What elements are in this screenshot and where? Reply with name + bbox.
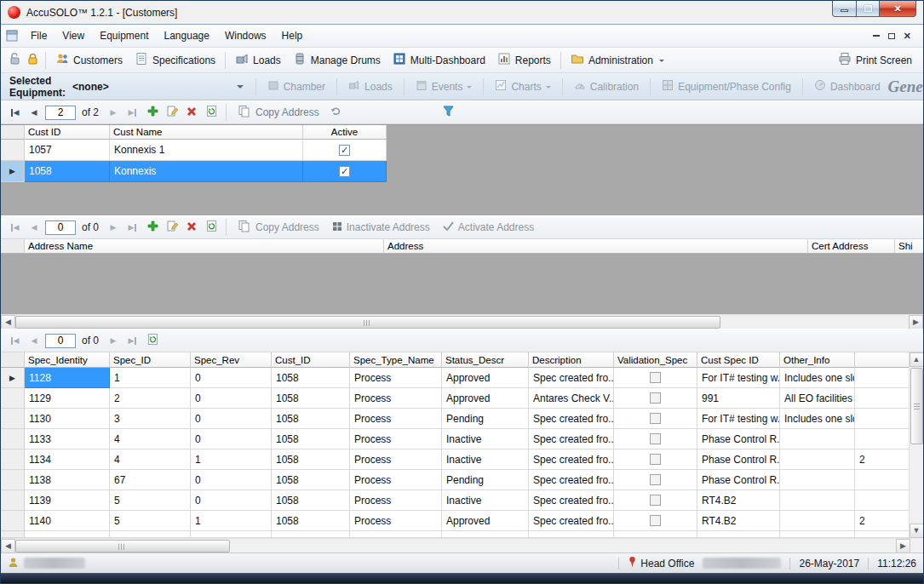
- validation-spec-cell[interactable]: [614, 449, 697, 470]
- spec-identity-cell[interactable]: 1139: [25, 490, 110, 511]
- cust-spec-id-cell[interactable]: RT4.B2: [697, 511, 780, 531]
- spec-rev-cell[interactable]: 0: [191, 429, 272, 449]
- column-header-spec-type-name[interactable]: Spec_Type_Name: [350, 352, 442, 368]
- spec-rev-cell[interactable]: 0: [191, 368, 272, 388]
- cust-spec-id-cell[interactable]: RT4.B2: [697, 490, 780, 511]
- spec-row[interactable]: 1133401058ProcessInactiveSpec created fr…: [1, 429, 910, 449]
- menu-language[interactable]: Language: [157, 26, 217, 45]
- dashboard-button[interactable]: Dashboard: [806, 79, 888, 94]
- spec-id-cell[interactable]: 1: [110, 368, 191, 388]
- customers-prev-record-button[interactable]: ◀: [26, 104, 43, 121]
- other-info-cell[interactable]: [780, 511, 855, 531]
- cust-id-cell[interactable]: 1058: [272, 388, 350, 409]
- spec-identity-cell[interactable]: 1133: [25, 429, 110, 449]
- partial-cell[interactable]: [855, 388, 910, 409]
- specs-record-position-input[interactable]: [45, 334, 76, 348]
- scroll-down-icon[interactable]: ▼: [910, 524, 924, 538]
- scrollbar-thumb[interactable]: [910, 368, 923, 444]
- menu-help[interactable]: Help: [274, 26, 311, 45]
- validation-checkbox[interactable]: [650, 372, 661, 383]
- address-delete-button[interactable]: [183, 219, 200, 236]
- customer-row[interactable]: ▶1058Konnexis✓: [1, 161, 387, 182]
- customers-button[interactable]: Customers: [49, 49, 129, 71]
- cust-spec-id-cell[interactable]: Phase Control R...: [697, 449, 780, 470]
- address-first-record-button[interactable]: ◀: [6, 219, 23, 236]
- column-header-description[interactable]: Description: [529, 352, 614, 368]
- address-copy-address-button[interactable]: Copy Address: [232, 219, 324, 236]
- column-header-cust-name[interactable]: Cust Name: [110, 125, 303, 140]
- mdi-minimize-icon[interactable]: [873, 35, 880, 37]
- cust-name-cell[interactable]: Konnexis: [110, 161, 303, 182]
- column-header-cert-address[interactable]: Cert Address: [808, 239, 895, 254]
- row-selector[interactable]: [1, 429, 25, 449]
- spec-row[interactable]: 1130301058ProcessPendingSpec created fro…: [1, 409, 910, 429]
- menu-view[interactable]: View: [55, 26, 92, 45]
- lock-gold-icon[interactable]: [24, 52, 42, 68]
- customers-delete-button[interactable]: [183, 104, 200, 121]
- column-header-status-descr[interactable]: Status_Descr: [442, 352, 529, 368]
- mdi-close-icon[interactable]: ✕: [904, 31, 911, 42]
- column-header-cust-spec-id[interactable]: Cust Spec ID: [697, 352, 780, 368]
- customer-row[interactable]: 1057Konnexis 1✓: [1, 140, 387, 161]
- equipment-combo-dropdown-icon[interactable]: [237, 85, 244, 92]
- column-header-spec-identity[interactable]: Spec_Identity: [25, 352, 110, 368]
- menu-windows[interactable]: Windows: [217, 26, 274, 45]
- spec-id-cell[interactable]: 4: [110, 449, 191, 470]
- equipment-loads-button[interactable]: Loads: [341, 79, 400, 94]
- other-info-cell[interactable]: [780, 470, 855, 490]
- status-descr-cell[interactable]: Pending: [442, 470, 529, 490]
- restore-button[interactable]: [857, 1, 880, 17]
- spec-identity-cell[interactable]: 1134: [25, 449, 110, 470]
- spec-rev-cell[interactable]: 1: [191, 511, 272, 531]
- spec-row[interactable]: ▶1128101058ProcessApprovedSpec created f…: [1, 368, 910, 388]
- validation-spec-cell[interactable]: [614, 429, 697, 449]
- menu-equipment[interactable]: Equipment: [92, 26, 156, 45]
- customers-copy-address-button[interactable]: Copy Address: [232, 104, 324, 121]
- specs-refresh-button[interactable]: [144, 332, 161, 349]
- partial-cell[interactable]: 2: [855, 449, 910, 470]
- cust-id-cell[interactable]: 1058: [272, 470, 350, 490]
- spec-type-name-cell[interactable]: Process: [350, 449, 442, 470]
- close-button[interactable]: ✕: [880, 1, 916, 17]
- status-descr-cell[interactable]: Approved: [442, 511, 529, 531]
- spec-identity-cell[interactable]: 1129: [25, 388, 110, 409]
- mdi-child-icon[interactable]: [6, 30, 18, 42]
- column-header-ship-address[interactable]: Shi: [895, 239, 923, 254]
- specs-vscrollbar[interactable]: ▲ ▼: [909, 352, 923, 538]
- status-descr-cell[interactable]: Pending: [442, 409, 529, 429]
- spec-identity-cell[interactable]: 1128: [25, 368, 110, 388]
- row-selector[interactable]: [1, 388, 25, 409]
- cust-spec-id-cell[interactable]: Phase Control R...: [697, 429, 780, 449]
- spec-identity-cell[interactable]: 1130: [25, 409, 110, 429]
- address-refresh-button[interactable]: [203, 219, 220, 236]
- cust-id-cell[interactable]: 1058: [272, 490, 350, 511]
- spec-row[interactable]: 1134411058ProcessInactiveSpec created fr…: [1, 449, 910, 470]
- cust-spec-id-cell[interactable]: For IT# testing w...: [697, 409, 780, 429]
- cust-id-cell[interactable]: 1058: [272, 429, 350, 449]
- partial-cell[interactable]: 2: [855, 511, 910, 531]
- spec-type-name-cell[interactable]: Process: [350, 409, 442, 429]
- partial-cell[interactable]: [855, 429, 910, 449]
- validation-spec-cell[interactable]: [614, 388, 697, 409]
- row-selector[interactable]: [1, 409, 25, 429]
- validation-spec-cell[interactable]: [614, 409, 697, 429]
- validation-checkbox[interactable]: [650, 454, 661, 465]
- print-screen-button[interactable]: Print Screen: [832, 49, 918, 71]
- customers-last-record-button[interactable]: ▶: [124, 104, 141, 121]
- customers-record-position-input[interactable]: [45, 106, 76, 120]
- inactivate-address-button[interactable]: Inactivate Address: [327, 219, 435, 236]
- multi-dashboard-button[interactable]: Multi-Dashboard: [387, 49, 491, 71]
- status-descr-cell[interactable]: Approved: [442, 368, 529, 388]
- spec-type-name-cell[interactable]: Process: [350, 388, 442, 409]
- active-checkbox[interactable]: ✓: [339, 166, 350, 177]
- spec-type-name-cell[interactable]: Process: [350, 511, 442, 531]
- customers-add-button[interactable]: [144, 104, 161, 121]
- scroll-left-icon[interactable]: ◀: [1, 539, 15, 553]
- description-cell[interactable]: Spec created fro...: [529, 368, 614, 388]
- column-header-spec-id[interactable]: Spec_ID: [110, 352, 191, 368]
- description-cell[interactable]: Spec created fro...: [529, 490, 614, 511]
- column-header-other-info[interactable]: Other_Info: [780, 352, 855, 368]
- row-selector[interactable]: ▶: [1, 368, 25, 388]
- address-add-button[interactable]: [144, 219, 161, 236]
- spec-type-name-cell[interactable]: Process: [350, 490, 442, 511]
